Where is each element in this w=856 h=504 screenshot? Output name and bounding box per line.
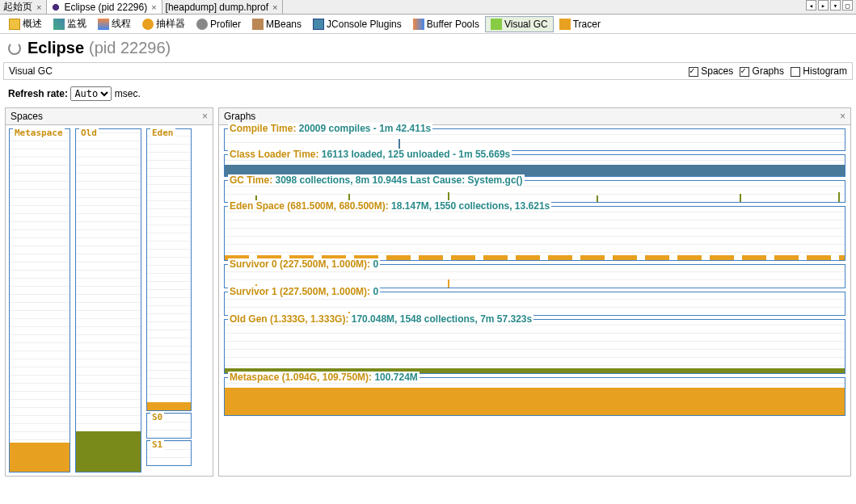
graph-compile: Compile Time: 20009 compiles - 1m 42.411… <box>224 128 845 151</box>
subbar: Visual GC Spaces Graphs Histogram <box>3 62 853 80</box>
graph-s0: Survivor 0 (227.500M, 1.000M): 0 <box>224 264 845 288</box>
space-old: Old <box>75 128 141 472</box>
panel-title: Graphs <box>224 111 255 122</box>
tab-prev-icon[interactable]: ◂ <box>806 0 816 10</box>
tb-threads[interactable]: 线程 <box>92 15 137 33</box>
tracer-icon <box>559 19 571 30</box>
tb-tracer[interactable]: Tracer <box>554 16 606 32</box>
graph-gc: GC Time: 3098 collections, 8m 10.944s La… <box>224 180 845 203</box>
tb-jconsole[interactable]: JConsole Plugins <box>307 16 407 32</box>
panel-graphs: Graphs× Compile Time: 20009 compiles - 1… <box>218 107 851 477</box>
jconsole-icon <box>313 19 324 30</box>
monitor-icon <box>53 19 65 30</box>
tb-visualgc[interactable]: Visual GC <box>485 16 554 32</box>
refresh-unit: msec. <box>115 88 141 99</box>
graph-old: Old Gen (1.333G, 1.333G): 170.048M, 1548… <box>224 319 845 374</box>
page-header: Eclipse (pid 22296) <box>0 34 856 62</box>
tab-next-icon[interactable]: ▸ <box>818 0 829 10</box>
tab-start[interactable]: 起始页× <box>0 0 47 14</box>
app-pid: (pid 22296) <box>89 39 171 57</box>
tb-buffer[interactable]: Buffer Pools <box>407 16 485 32</box>
top-tabs: 起始页× Eclipse (pid 22296)× [heapdump] dum… <box>0 0 856 15</box>
tab-max-icon[interactable]: ▢ <box>842 0 853 10</box>
panel-spaces: Spaces× Metaspace Old Eden S0 S1 <box>5 107 213 477</box>
close-icon[interactable]: × <box>35 2 43 12</box>
space-metaspace: Metaspace <box>9 128 70 472</box>
subbar-label: Visual GC <box>9 65 53 77</box>
refresh-label: Refresh rate: <box>8 88 68 99</box>
buffer-icon <box>413 19 424 30</box>
chk-spaces[interactable]: Spaces <box>689 65 733 77</box>
tab-nav: ◂ ▸ ▾ ▢ <box>806 0 856 14</box>
panel-title: Spaces <box>11 111 43 122</box>
threads-icon <box>98 19 109 30</box>
tb-monitor[interactable]: 监视 <box>48 15 92 33</box>
space-s1: S1 <box>146 440 192 466</box>
profiler-icon <box>196 19 208 30</box>
close-icon[interactable]: × <box>150 2 158 12</box>
tb-mbeans[interactable]: MBeans <box>247 16 307 32</box>
close-icon[interactable]: × <box>202 111 208 122</box>
tb-overview[interactable]: 概述 <box>3 15 48 33</box>
sampler-icon <box>142 19 154 30</box>
tb-sampler[interactable]: 抽样器 <box>137 15 191 33</box>
graph-classloader: Class Loader Time: 16113 loaded, 125 unl… <box>224 154 845 177</box>
tb-profiler[interactable]: Profiler <box>191 16 247 32</box>
refresh-select[interactable]: Auto <box>70 86 112 101</box>
refresh-row: Refresh rate: Auto msec. <box>0 80 856 107</box>
toolbar: 概述 监视 线程 抽样器 Profiler MBeans JConsole Pl… <box>0 15 856 34</box>
overview-icon <box>9 19 20 30</box>
space-eden: Eden <box>146 128 192 411</box>
spinner-icon <box>8 42 21 55</box>
tab-eclipse[interactable]: Eclipse (pid 22296)× <box>47 0 162 14</box>
mbeans-icon <box>252 19 264 30</box>
graph-metaspace: Metaspace (1.094G, 109.750M): 100.724M <box>224 377 845 416</box>
visualgc-icon <box>491 19 502 30</box>
chk-graphs[interactable]: Graphs <box>740 65 784 77</box>
graph-eden: Eden Space (681.500M, 680.500M): 18.147M… <box>224 206 845 261</box>
tab-heapdump[interactable]: [heapdump] dump.hprof× <box>162 0 284 14</box>
tab-dropdown-icon[interactable]: ▾ <box>830 0 841 10</box>
chk-histogram[interactable]: Histogram <box>791 65 847 77</box>
eclipse-icon <box>50 2 61 13</box>
close-icon[interactable]: × <box>840 111 845 122</box>
close-icon[interactable]: × <box>271 2 279 12</box>
graph-s1: Survivor 1 (227.500M, 1.000M): 0 <box>224 292 845 316</box>
space-s0: S0 <box>146 413 192 439</box>
app-title: Eclipse <box>27 39 84 57</box>
